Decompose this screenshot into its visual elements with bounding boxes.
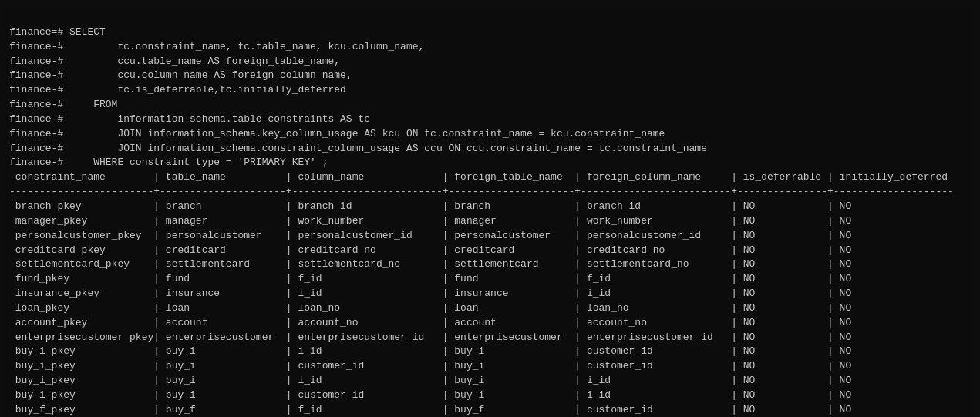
sql-block: finance=# SELECT finance-# tc.constraint… (9, 26, 954, 417)
terminal-window: finance=# SELECT finance-# tc.constraint… (6, 6, 974, 417)
